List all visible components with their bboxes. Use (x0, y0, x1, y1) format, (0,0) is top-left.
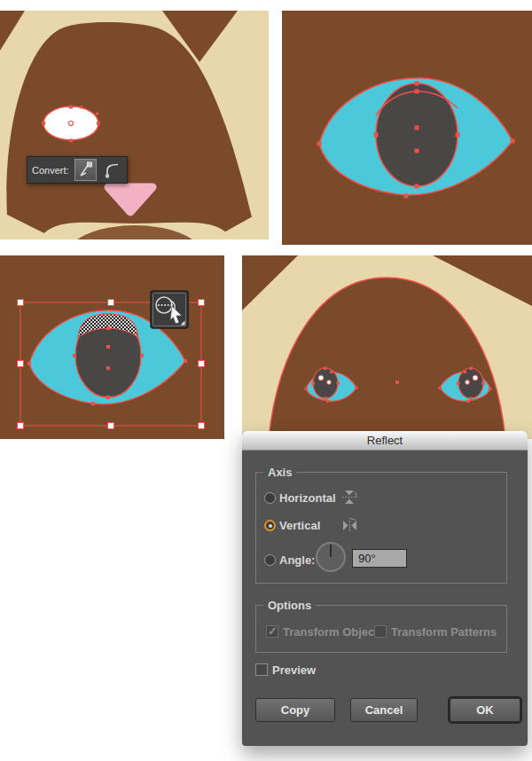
angle-input[interactable] (352, 549, 407, 568)
reflect-vertical-icon (341, 517, 358, 533)
shape-builder-cursor-icon (151, 291, 188, 328)
transform-objects-checkbox[interactable] (266, 625, 278, 638)
cancel-button[interactable]: Cancel (350, 698, 418, 722)
horizontal-radio[interactable] (264, 492, 276, 504)
copy-button[interactable]: Copy (255, 698, 335, 722)
shape-builder-artwork (0, 255, 224, 439)
transform-patterns-label: Transform Patterns (391, 625, 497, 639)
artboard-step-3 (0, 255, 224, 439)
reflected-eyes-artwork (242, 255, 532, 439)
eye-artwork (282, 11, 532, 245)
dog-face-artwork (0, 11, 269, 239)
convert-tooltip-label: Convert: (32, 165, 69, 176)
dialog-titlebar[interactable]: Reflect (242, 431, 528, 451)
preview-checkbox-label[interactable]: Preview (272, 663, 316, 677)
transform-patterns-checkbox[interactable] (374, 625, 387, 638)
preview-checkbox[interactable] (255, 663, 268, 676)
angle-dial[interactable] (316, 542, 346, 572)
convert-anchor-icon[interactable] (74, 159, 97, 181)
convert-tooltip: Convert: (27, 156, 128, 184)
ok-button[interactable]: OK (450, 698, 520, 722)
vertical-radio[interactable] (264, 520, 276, 531)
reflect-reference-point (395, 380, 399, 384)
convert-curve-icon[interactable] (102, 160, 122, 180)
artboard-step-4 (242, 255, 532, 439)
artboard-step-1: Convert: (0, 11, 269, 239)
vertical-radio-label[interactable]: Vertical (279, 519, 320, 532)
transform-objects-label: Transform Objects (283, 625, 385, 639)
reflect-horizontal-icon (341, 490, 358, 506)
eye-white-ellipse[interactable] (43, 106, 98, 140)
horizontal-radio-label[interactable]: Horizontal (279, 491, 336, 505)
options-group-legend: Options (263, 599, 316, 612)
artboard-step-2 (282, 11, 532, 245)
reflect-dialog: Reflect Axis Horizontal Vertical Angle: … (242, 431, 528, 746)
angle-radio[interactable] (264, 554, 276, 566)
tutorial-canvas: Convert: (0, 0, 532, 761)
angle-radio-label[interactable]: Angle: (279, 553, 315, 567)
axis-group-legend: Axis (263, 466, 296, 479)
dialog-title: Reflect (367, 434, 403, 447)
